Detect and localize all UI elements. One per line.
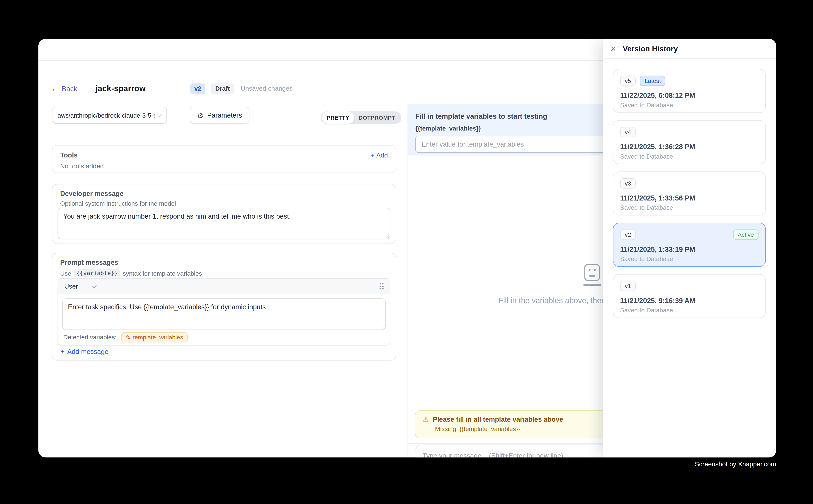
version-timestamp: 11/21/2025, 1:36:28 PM xyxy=(620,143,759,151)
unsaved-changes-label: Unsaved changes xyxy=(241,85,293,92)
toggle-option-dotprompt[interactable]: DOTPROMPT xyxy=(354,112,400,123)
status-badge: Draft xyxy=(211,83,234,94)
variable-syntax-chip: {{variable}} xyxy=(74,269,120,277)
hint-suffix: syntax for template variables xyxy=(123,270,202,277)
prompt-message-field-wrap: Enter task specifics. Use {{template_var… xyxy=(62,298,386,330)
developer-message-input[interactable]: You are jack sparrow number 1, respond a… xyxy=(57,208,390,239)
tools-title: Tools xyxy=(60,151,78,159)
page-header: ← Back jack-sparrow v2 Draft Unsaved cha… xyxy=(51,83,293,94)
version-timestamp: 11/21/2025, 1:33:56 PM xyxy=(620,194,759,202)
version-badge: v2 xyxy=(190,83,205,94)
plus-icon: + xyxy=(370,152,374,159)
developer-message-card: Developer message Optional system instru… xyxy=(52,184,396,244)
add-message-label: Add message xyxy=(67,348,108,355)
prompt-messages-title: Prompt messages xyxy=(60,258,118,266)
warning-icon: ⚠ xyxy=(423,416,429,423)
version-id-badge: v4 xyxy=(620,127,636,137)
prompt-message-block: User Enter task specifics. Use {{templat… xyxy=(57,278,390,346)
version-status: Saved to Database xyxy=(620,102,759,109)
add-message-button[interactable]: + Add message xyxy=(61,348,108,355)
version-card-v3[interactable]: v3 11/21/2025, 1:33:56 PM Saved to Datab… xyxy=(613,172,766,216)
version-id-badge: v2 xyxy=(620,229,636,240)
add-tool-button[interactable]: + Add xyxy=(370,152,388,159)
version-card-v5[interactable]: v5 Latest 11/22/2025, 6:08:12 PM Saved t… xyxy=(613,69,766,113)
model-select-value: aws/anthropic/bedrock-claude-3-5-s... xyxy=(57,112,154,119)
page-title: jack-sparrow xyxy=(95,84,145,93)
chevron-down-icon xyxy=(157,112,162,117)
pencil-icon: ✎ xyxy=(126,335,130,340)
chevron-down-icon xyxy=(92,283,97,288)
version-timestamp: 11/21/2025, 1:33:19 PM xyxy=(620,246,759,253)
toggle-option-pretty[interactable]: PRETTY xyxy=(322,111,354,124)
back-label: Back xyxy=(62,85,77,92)
developer-message-title: Developer message xyxy=(60,190,124,197)
version-status: Saved to Database xyxy=(620,204,759,211)
plus-icon: + xyxy=(61,348,64,355)
gear-icon: ⚙ xyxy=(197,112,204,119)
active-badge: Active xyxy=(733,229,759,240)
app-window: ← Back jack-sparrow v2 Draft Unsaved cha… xyxy=(38,39,776,457)
version-history-title: Version History xyxy=(623,44,678,53)
version-status: Saved to Database xyxy=(620,153,759,160)
back-arrow-icon: ← xyxy=(51,85,59,92)
warning-title: Please fill in all template variables ab… xyxy=(433,416,563,423)
detected-variables-label: Detected variables: xyxy=(63,334,116,341)
version-id-badge: v1 xyxy=(620,281,636,291)
prompt-message-input[interactable]: Enter task specifics. Use {{template_var… xyxy=(62,298,386,330)
desktop-background: ← Back jack-sparrow v2 Draft Unsaved cha… xyxy=(0,0,813,504)
prompt-messages-card: Prompt messages Use {{variable}} syntax … xyxy=(52,253,396,361)
drag-handle-icon[interactable] xyxy=(379,283,384,290)
version-history-header: ✕ Version History xyxy=(603,39,776,59)
detected-variables-row: Detected variables: ✎ template_variables xyxy=(63,332,188,342)
message-role-header: User xyxy=(58,279,390,294)
prompt-syntax-hint: Use {{variable}} syntax for template var… xyxy=(60,269,202,277)
format-toggle: PRETTY DOTPROMPT xyxy=(321,111,401,124)
watermark-credit: Screenshot by Xnapper.com xyxy=(695,461,776,468)
add-tool-label: Add xyxy=(376,152,388,159)
latest-badge: Latest xyxy=(640,76,665,86)
hint-prefix: Use xyxy=(60,270,71,277)
role-select[interactable]: User xyxy=(64,283,96,290)
close-icon[interactable]: ✕ xyxy=(610,45,619,52)
model-select[interactable]: aws/anthropic/bedrock-claude-3-5-s... xyxy=(52,107,167,124)
back-button[interactable]: ← Back xyxy=(51,85,77,92)
tools-card: Tools + Add No tools added xyxy=(52,145,396,173)
version-card-v2-active[interactable]: v2 Active 11/21/2025, 1:33:19 PM Saved t… xyxy=(613,223,766,267)
parameters-button[interactable]: ⚙ Parameters xyxy=(190,107,249,124)
detected-variable-name: template_variables xyxy=(133,334,183,340)
developer-message-field-wrap: You are jack sparrow number 1, respond a… xyxy=(57,208,390,239)
robot-icon xyxy=(583,264,600,286)
version-card-v4[interactable]: v4 11/21/2025, 1:36:28 PM Saved to Datab… xyxy=(613,120,766,164)
version-status: Saved to Database xyxy=(620,255,759,263)
tools-empty-text: No tools added xyxy=(60,163,388,170)
version-timestamp: 11/22/2025, 6:08:12 PM xyxy=(620,92,759,100)
detected-variable-chip[interactable]: ✎ template_variables xyxy=(121,332,188,342)
version-status: Saved to Database xyxy=(620,307,759,314)
version-timestamp: 11/21/2025, 9:16:39 AM xyxy=(620,297,759,305)
version-card-v1[interactable]: v1 11/21/2025, 9:16:39 AM Saved to Datab… xyxy=(613,274,766,318)
role-select-value: User xyxy=(64,283,78,290)
version-id-badge: v5 xyxy=(620,76,636,86)
version-history-panel: ✕ Version History v5 Latest 11/22/2025, … xyxy=(603,39,776,457)
header-badges: v2 Draft Unsaved changes xyxy=(190,83,293,94)
parameters-label: Parameters xyxy=(207,111,242,119)
developer-message-subtitle: Optional system instructions for the mod… xyxy=(60,200,176,207)
version-id-badge: v3 xyxy=(620,178,636,188)
